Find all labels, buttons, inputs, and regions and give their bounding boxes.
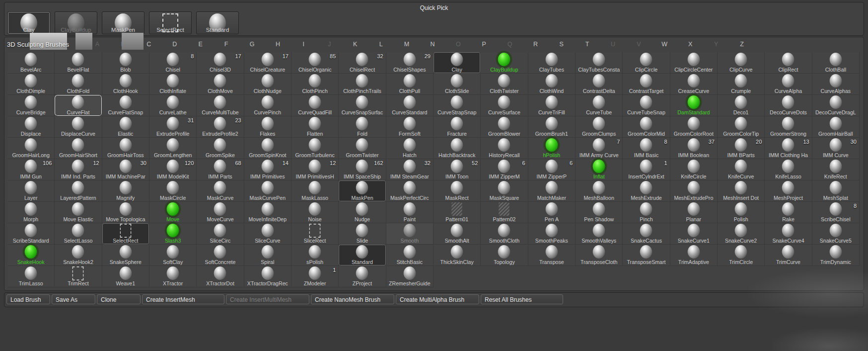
brush-item-curvelathe[interactable]: CurveLathe (149, 95, 197, 116)
brush-item-xtractordot[interactable]: XTractorDot (197, 266, 244, 287)
brush-item-flatten[interactable]: Flatten (291, 116, 339, 138)
brush-item-imm-curve[interactable]: 30IMM Curve (812, 138, 860, 159)
brush-item-imm-clothing-ha[interactable]: 13IMM Clothing Ha (765, 138, 812, 159)
brush-item-spiral[interactable]: Spiral (244, 245, 291, 266)
brush-item-curveflat[interactable]: CurveFlat (55, 95, 102, 116)
brush-item-masksquare[interactable]: MaskSquare (481, 180, 528, 202)
brush-item-noise[interactable]: Noise (291, 202, 339, 223)
brush-item-contrasttarget[interactable]: ContrastTarget (623, 74, 670, 95)
brush-item-imm-gun[interactable]: 106IMM Gun (7, 159, 55, 180)
brush-item-magnify[interactable]: Magnify (102, 180, 149, 202)
brush-item-pen-shadow[interactable]: Pen Shadow (576, 202, 623, 223)
brush-item-hatch[interactable]: Hatch (386, 138, 434, 159)
brush-item-clothpinch[interactable]: ClothPinch (291, 74, 339, 95)
brush-item-groomhairball[interactable]: GroomHairBall (812, 116, 860, 138)
brush-item-snakehook[interactable]: SnakeHook (7, 245, 55, 266)
brush-item-trimlasso[interactable]: TrimLasso (7, 266, 55, 287)
brush-item-chiselorganic[interactable]: 85ChiselOrganic (291, 52, 339, 74)
brush-item-clipcirclecenter[interactable]: ClipCircleCenter (670, 52, 718, 74)
brush-item-smooth[interactable]: Smooth (386, 223, 434, 245)
brush-item-insertcylndrext[interactable]: 1InsertCylndrExt (623, 159, 670, 180)
brush-item-imm-boolean[interactable]: 37IMM Boolean (670, 138, 718, 159)
brush-item-snakecactus[interactable]: SnakeCactus (623, 223, 670, 245)
brush-item-polish[interactable]: Polish (718, 202, 765, 223)
brush-item-xtractordragrec[interactable]: XTractorDragRec (244, 266, 291, 287)
brush-item-transpose[interactable]: Transpose (528, 245, 576, 266)
create-multialpha-brush-button[interactable]: Create MultiAlpha Brush (396, 294, 479, 304)
brush-item-paint[interactable]: Paint (386, 202, 434, 223)
create-nanomesh-brush-button[interactable]: Create NanoMesh Brush (311, 294, 394, 304)
brush-item-snakecurve4[interactable]: SnakeCurve4 (765, 223, 812, 245)
brush-item-groomtwister[interactable]: GroomTwister (339, 138, 386, 159)
brush-item-curvestrapsnap[interactable]: CurveStrapSnap (434, 95, 481, 116)
brush-item-xtractor[interactable]: XTractor (149, 266, 197, 287)
brush-item-chisel3d[interactable]: 17Chisel3D (197, 52, 244, 74)
brush-item-groomspinknot[interactable]: GroomSpinKnot (244, 138, 291, 159)
brush-item-clothmove[interactable]: ClothMove (197, 74, 244, 95)
brush-item-curvesurface[interactable]: CurveSurface (481, 95, 528, 116)
brush-item-standard[interactable]: Standard (339, 245, 386, 266)
brush-item-zproject[interactable]: ZProject (339, 266, 386, 287)
brush-item-imm-ind-parts[interactable]: 12IMM Ind. Parts (55, 159, 102, 180)
brush-item-clothball[interactable]: ClothBall (812, 52, 860, 74)
brush-item-curvepinch[interactable]: CurvePinch (244, 95, 291, 116)
save-as-button[interactable]: Save As (52, 294, 95, 304)
brush-item-transposecloth[interactable]: TransposeCloth (576, 245, 623, 266)
brush-item-hatchbacktrack[interactable]: HatchBacktrack (434, 138, 481, 159)
brush-item-clothwind[interactable]: ClothWind (528, 74, 576, 95)
clone-button[interactable]: Clone (97, 294, 141, 304)
brush-item-slide[interactable]: Slide (339, 223, 386, 245)
brush-item-meshballoon[interactable]: MeshBalloon (576, 180, 623, 202)
brush-item-decocurvedragl[interactable]: DecoCurveDragL (812, 95, 860, 116)
brush-item-groomhairshort[interactable]: GroomHairShort (55, 138, 102, 159)
brush-item-imm-basic[interactable]: 8IMM Basic (623, 138, 670, 159)
brush-item-clipcircle[interactable]: ClipCircle (623, 52, 670, 74)
brush-item-imm-army-curve[interactable]: 7IMM Army Curve (576, 138, 623, 159)
brush-item-groomcolormid[interactable]: GroomColorMid (623, 116, 670, 138)
brush-item-cliprect[interactable]: ClipRect (765, 52, 812, 74)
brush-item-groomcolorroot[interactable]: GroomColorRoot (670, 116, 718, 138)
brush-item-imm-bparts[interactable]: 20IMM BParts (718, 138, 765, 159)
brush-item-scribestandard[interactable]: ScribeStandard (7, 223, 55, 245)
brush-item-snakecurve5[interactable]: SnakeCurve5 (812, 223, 860, 245)
brush-item-trimcircle[interactable]: TrimCircle (718, 245, 765, 266)
quick-pick-item-selectrect[interactable]: SelectRect (149, 11, 192, 34)
brush-item-decocurvedots[interactable]: DecoCurveDots (765, 95, 812, 116)
brush-item-maskcurve[interactable]: MaskCurve (197, 180, 244, 202)
brush-item-creasecurve[interactable]: CreaseCurve (670, 74, 718, 95)
brush-item-trimrect[interactable]: TrimRect (55, 266, 102, 287)
brush-item-maskrect[interactable]: MaskRect (434, 180, 481, 202)
brush-item-weave1[interactable]: Weave1 (102, 266, 149, 287)
brush-item-rake[interactable]: Rake (765, 202, 812, 223)
brush-item-clothnudge[interactable]: ClothNudge (244, 74, 291, 95)
brush-item-maskcircle[interactable]: MaskCircle (149, 180, 197, 202)
brush-item-curvequadfill[interactable]: CurveQuadFill (291, 95, 339, 116)
brush-item-groomspike[interactable]: GroomSpike (197, 138, 244, 159)
brush-item-chiselrect[interactable]: 32ChiselRect (339, 52, 386, 74)
brush-item-elastic[interactable]: Elastic (102, 116, 149, 138)
brush-item-thickskinclay[interactable]: ThickSkinClay (434, 245, 481, 266)
brush-item-damstandard[interactable]: DamStandard (670, 95, 718, 116)
brush-item-curveflatsnap[interactable]: CurveFlatSnap (102, 95, 149, 116)
brush-item-slicecurve[interactable]: SliceCurve (244, 223, 291, 245)
brush-item-imm-spaceship[interactable]: 162IMM SpaceShip (339, 159, 386, 180)
brush-item-snakecurve2[interactable]: SnakeCurve2 (718, 223, 765, 245)
brush-item-transposesmart[interactable]: TransposeSmart (623, 245, 670, 266)
brush-item-kniferect[interactable]: KnifeRect (812, 159, 860, 180)
brush-item-groomhairtoss[interactable]: GroomHairToss (102, 138, 149, 159)
brush-item-curvestandard[interactable]: CurveStandard (386, 95, 434, 116)
brush-item-clothfold[interactable]: ClothFold (55, 74, 102, 95)
quick-pick-item-maskpen[interactable]: MaskPen (102, 11, 145, 34)
brush-item-curvetubesnap[interactable]: CurveTubeSnap (623, 95, 670, 116)
brush-item-movecurve[interactable]: MoveCurve (197, 202, 244, 223)
brush-item-curvebridge[interactable]: CurveBridge (7, 95, 55, 116)
brush-item-smoothpeaks[interactable]: SmoothPeaks (528, 223, 576, 245)
brush-item-chiselcreature[interactable]: 17ChiselCreature (244, 52, 291, 74)
brush-item-planar[interactable]: Planar (670, 202, 718, 223)
brush-item-pen-a[interactable]: Pen A (528, 202, 576, 223)
brush-item-groomlengthen[interactable]: GroomLengthen (149, 138, 197, 159)
brush-item-imm-primitivesh[interactable]: 12IMM PrimitivesH (291, 159, 339, 180)
brush-item-fold[interactable]: Fold (339, 116, 386, 138)
brush-item-selectlasso[interactable]: SelectLasso (55, 223, 102, 245)
brush-item-clothtwister[interactable]: ClothTwister (481, 74, 528, 95)
